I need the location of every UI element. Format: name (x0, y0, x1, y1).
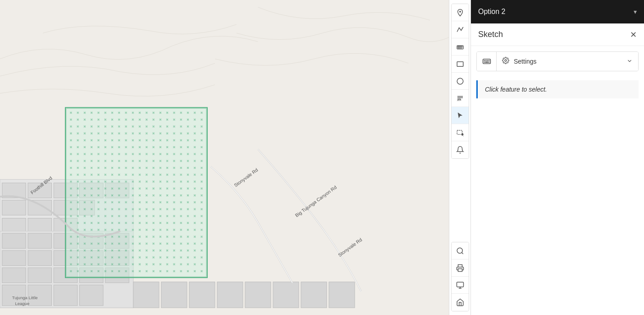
svg-rect-22 (105, 233, 129, 248)
svg-rect-0 (0, 7, 449, 308)
svg-line-69 (461, 135, 463, 136)
right-panel: A≡ (449, 0, 644, 315)
option-header[interactable]: Option 2 ▾ (471, 0, 644, 23)
home-tool-button[interactable] (452, 294, 469, 311)
svg-rect-31 (79, 268, 103, 283)
svg-text:Stonyvale Rd: Stonyvale Rd (233, 167, 259, 188)
svg-rect-15 (28, 236, 51, 250)
svg-rect-76 (483, 59, 490, 64)
toolbar-bottom-group (451, 242, 469, 311)
svg-rect-39 (189, 282, 215, 308)
sketch-panel: Option 2 ▾ Sketch ✕ (470, 0, 644, 315)
svg-rect-7 (2, 200, 26, 215)
svg-text:League: League (15, 301, 29, 306)
svg-rect-26 (79, 250, 103, 265)
svg-rect-36 (79, 285, 103, 306)
svg-rect-72 (458, 269, 462, 271)
svg-point-55 (459, 10, 461, 12)
svg-rect-2 (2, 183, 26, 198)
svg-rect-8 (28, 200, 51, 215)
svg-rect-41 (245, 282, 271, 308)
print-tool-button[interactable] (452, 259, 469, 277)
svg-rect-45 (65, 107, 207, 278)
option-title: Option 2 (478, 8, 505, 16)
toolbar: A≡ (449, 0, 470, 315)
sketch-header: Sketch ✕ (471, 23, 644, 46)
svg-rect-23 (2, 250, 26, 265)
map-svg: Stonyvale Rd Big Tujunga Canyon Rd Stony… (0, 0, 449, 315)
select-rect-tool-button[interactable] (452, 124, 469, 141)
search-tool-button[interactable] (452, 242, 469, 259)
svg-rect-61 (457, 61, 463, 66)
option-chevron-icon[interactable]: ▾ (634, 8, 637, 15)
svg-rect-21 (79, 233, 103, 248)
pin-tool-button[interactable] (452, 4, 469, 21)
svg-rect-48 (66, 108, 206, 277)
svg-rect-13 (54, 218, 77, 233)
svg-rect-42 (273, 282, 299, 308)
svg-rect-73 (457, 282, 463, 287)
svg-rect-19 (28, 233, 51, 248)
svg-rect-32 (105, 268, 129, 283)
svg-rect-33 (2, 285, 26, 306)
svg-rect-30 (54, 268, 77, 283)
bell-tool-button[interactable] (452, 141, 469, 158)
info-pre: Click (485, 86, 500, 93)
svg-rect-27 (105, 250, 129, 265)
svg-text:A≡: A≡ (457, 98, 461, 102)
sketch-title: Sketch (478, 30, 503, 39)
settings-gear-icon (502, 57, 509, 66)
svg-rect-16 (54, 236, 73, 250)
freehand-tool-button[interactable] (452, 38, 469, 56)
svg-rect-20 (54, 233, 77, 248)
settings-row: Settings (476, 51, 639, 71)
toolbar-top-group: A≡ (451, 4, 469, 159)
svg-rect-44 (329, 282, 355, 308)
svg-rect-14 (2, 236, 26, 250)
text-tool-button[interactable]: A≡ (452, 90, 469, 107)
svg-rect-1 (0, 180, 133, 308)
svg-rect-17 (0, 231, 133, 308)
svg-line-71 (461, 252, 463, 254)
svg-text:Big Tujunga Canyon Rd: Big Tujunga Canyon Rd (294, 185, 338, 218)
select-tool-button[interactable] (452, 107, 469, 124)
svg-rect-10 (79, 200, 94, 215)
settings-button[interactable]: Settings (497, 52, 638, 71)
svg-text:Foothill Blvd: Foothill Blvd (30, 176, 53, 195)
keyboard-button[interactable] (477, 52, 497, 71)
svg-rect-67 (457, 130, 462, 134)
svg-rect-37 (133, 282, 159, 308)
svg-rect-28 (2, 268, 26, 283)
svg-point-84 (505, 60, 507, 61)
monitor-tool-button[interactable] (452, 277, 469, 294)
svg-rect-11 (2, 218, 26, 233)
svg-rect-40 (217, 282, 243, 308)
svg-rect-6 (105, 183, 129, 198)
info-message: Click feature to select. (476, 80, 639, 98)
sketch-close-button[interactable]: ✕ (630, 31, 637, 39)
svg-rect-5 (79, 183, 103, 198)
circle-tool-button[interactable] (452, 73, 469, 90)
info-post: to select. (520, 86, 547, 93)
svg-rect-12 (28, 218, 51, 233)
svg-rect-29 (28, 268, 51, 283)
svg-rect-4 (54, 183, 77, 198)
svg-rect-24 (28, 250, 51, 265)
svg-rect-35 (54, 285, 77, 306)
map-container[interactable]: Stonyvale Rd Big Tujunga Canyon Rd Stony… (0, 0, 449, 315)
info-feature: feature (500, 86, 520, 93)
rectangle-tool-button[interactable] (452, 56, 469, 73)
svg-rect-3 (28, 183, 51, 198)
svg-text:Tujunga Little: Tujunga Little (12, 295, 38, 300)
settings-chevron-icon (626, 58, 633, 65)
svg-rect-9 (54, 200, 77, 215)
svg-rect-18 (2, 233, 26, 248)
svg-rect-43 (301, 282, 327, 308)
svg-point-62 (457, 78, 463, 84)
svg-text:Stonyvale Rd: Stonyvale Rd (337, 237, 363, 258)
svg-rect-38 (161, 282, 187, 308)
polyline-tool-button[interactable] (452, 21, 469, 38)
svg-rect-34 (28, 285, 51, 306)
svg-point-70 (457, 248, 462, 253)
settings-label: Settings (514, 58, 537, 65)
